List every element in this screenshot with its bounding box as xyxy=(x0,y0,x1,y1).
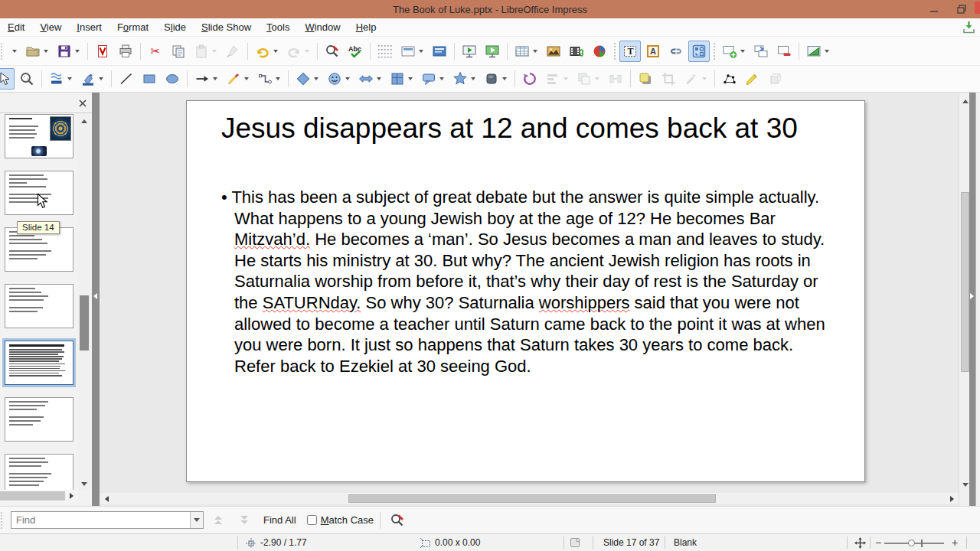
panel-vertical-scrollbar[interactable] xyxy=(78,114,90,490)
find-history-dropdown[interactable] xyxy=(190,512,203,528)
arrow-line-button[interactable] xyxy=(191,68,221,90)
scroll-right-icon[interactable] xyxy=(66,491,77,501)
dropdown-arrow-icon[interactable] xyxy=(273,50,278,53)
dropdown-arrow-icon[interactable] xyxy=(276,77,280,80)
insert-image-button[interactable] xyxy=(543,41,564,62)
threed-objects-button[interactable] xyxy=(481,68,511,90)
dropdown-arrow-icon[interactable] xyxy=(825,50,829,53)
slide-thumbnail-19[interactable] xyxy=(5,454,74,490)
save-button[interactable] xyxy=(54,41,83,62)
select-button[interactable] xyxy=(0,68,15,90)
zoom-slider-handle[interactable] xyxy=(908,540,915,546)
flowchart-button[interactable] xyxy=(387,68,416,90)
export-pdf-button[interactable] xyxy=(92,41,113,62)
ellipse-button[interactable] xyxy=(162,68,183,90)
document-modified-indicator[interactable] xyxy=(570,534,580,551)
symbol-shapes-button[interactable] xyxy=(324,68,354,90)
dropdown-arrow-icon[interactable] xyxy=(408,77,413,80)
panel-horizontal-scrollbar[interactable] xyxy=(0,490,78,502)
zoom-out-button[interactable]: − xyxy=(875,534,881,551)
fill-color-button[interactable] xyxy=(77,68,107,90)
slide-properties-button[interactable] xyxy=(803,41,833,62)
dropdown-arrow-icon[interactable] xyxy=(419,50,423,53)
slide-thumbnail-13[interactable] xyxy=(5,114,74,158)
dropdown-arrow-icon[interactable] xyxy=(595,77,599,80)
find-and-replace-button[interactable] xyxy=(387,510,408,530)
dropdown-arrow-icon[interactable] xyxy=(213,77,217,80)
dropdown-arrow-icon[interactable] xyxy=(99,77,103,80)
dropdown-arrow-icon[interactable] xyxy=(305,50,309,53)
slide-thumbnail-17[interactable] xyxy=(5,341,74,385)
scroll-down-icon[interactable] xyxy=(79,478,90,489)
menu-edit[interactable]: Edit xyxy=(0,19,32,35)
slide-thumbnail-16[interactable] xyxy=(5,284,74,328)
menu-window[interactable]: Window xyxy=(297,19,348,35)
hyperlink-button[interactable] xyxy=(665,41,687,62)
find-previous-button[interactable] xyxy=(207,511,230,530)
insert-line-button[interactable] xyxy=(116,68,137,90)
find-replace-button[interactable] xyxy=(322,41,343,62)
rotate-button[interactable] xyxy=(519,68,541,90)
zoom-pan-button[interactable] xyxy=(16,68,38,90)
dropdown-arrow-icon[interactable] xyxy=(44,50,48,53)
block-arrows-button[interactable] xyxy=(355,68,385,90)
line-style-button[interactable] xyxy=(46,68,76,90)
slide-page[interactable]: Jesus disappears at 12 and comes back at… xyxy=(186,100,865,482)
basic-shapes-button[interactable] xyxy=(292,68,322,90)
dropdown-arrow-icon[interactable] xyxy=(564,77,568,80)
find-all-button[interactable]: Find All xyxy=(263,514,296,526)
slide-thumbnail-18[interactable] xyxy=(5,397,74,442)
dropdown-arrow-icon[interactable] xyxy=(67,77,72,80)
edit-points-button[interactable] xyxy=(719,68,740,90)
minimize-button[interactable] xyxy=(926,2,942,16)
canvas-scroll-right-icon[interactable] xyxy=(946,494,957,504)
dropdown-arrow-icon[interactable] xyxy=(439,77,444,80)
view-layout-button[interactable] xyxy=(397,41,427,62)
shadow-button[interactable] xyxy=(635,68,656,90)
cut-button[interactable]: ✂ xyxy=(145,41,166,62)
insert-table-button[interactable] xyxy=(511,41,541,62)
menu-help[interactable]: Help xyxy=(348,19,384,35)
panel-hide-handle[interactable] xyxy=(92,93,100,506)
menu-format[interactable]: Format xyxy=(109,19,156,35)
dropdown-arrow-icon[interactable] xyxy=(377,77,381,80)
dropdown-arrow-icon[interactable] xyxy=(471,77,475,80)
dropdown-arrow-icon[interactable] xyxy=(702,77,707,80)
find-next-button[interactable] xyxy=(233,511,256,530)
dropdown-arrow-icon[interactable] xyxy=(502,77,507,80)
insert-textbox-button[interactable]: T xyxy=(619,41,641,62)
spelling-button[interactable]: Abc xyxy=(345,41,366,62)
panel-scrollbar-thumb[interactable] xyxy=(80,295,89,350)
glue-points-button[interactable] xyxy=(742,68,763,90)
start-current-slide-button[interactable] xyxy=(482,41,503,62)
menu-slide[interactable]: Slide xyxy=(156,19,194,35)
callout-button[interactable] xyxy=(418,68,448,90)
start-first-slide-button[interactable] xyxy=(459,41,480,62)
canvas-vertical-scrollbar[interactable] xyxy=(959,93,970,506)
close-button[interactable] xyxy=(975,2,980,14)
slide-body-text[interactable]: • This has been a subject of great debat… xyxy=(221,187,828,377)
master-slide-button[interactable] xyxy=(429,41,450,62)
duplicate-slide-button[interactable] xyxy=(750,41,772,62)
match-case-checkbox[interactable] xyxy=(307,515,317,525)
dropdown-arrow-icon[interactable] xyxy=(244,77,249,80)
new-slide-button[interactable] xyxy=(719,41,749,62)
fit-slide-button[interactable] xyxy=(854,534,866,551)
menu-insert[interactable]: Insert xyxy=(69,19,109,35)
slide-panel-close-button[interactable] xyxy=(77,97,89,109)
display-grid-button[interactable] xyxy=(374,41,396,62)
fontwork-button[interactable]: A xyxy=(642,41,664,62)
scroll-up-icon[interactable] xyxy=(79,116,90,126)
sidebar-show-handle[interactable] xyxy=(969,93,975,506)
menu-view[interactable]: View xyxy=(32,19,69,35)
new-document-button[interactable] xyxy=(8,41,21,62)
dropdown-arrow-icon[interactable] xyxy=(345,77,350,80)
slide-title-text[interactable]: Jesus disappears at 12 and comes back at… xyxy=(221,112,826,145)
draw-functions-button[interactable] xyxy=(688,41,710,62)
dropdown-arrow-icon[interactable] xyxy=(533,50,537,53)
connector-button[interactable] xyxy=(254,68,284,90)
canvas-vscroll-thumb[interactable] xyxy=(961,192,969,372)
update-available-button[interactable] xyxy=(962,21,975,34)
dropdown-arrow-icon[interactable] xyxy=(75,50,80,53)
rectangle-button[interactable] xyxy=(139,68,160,90)
